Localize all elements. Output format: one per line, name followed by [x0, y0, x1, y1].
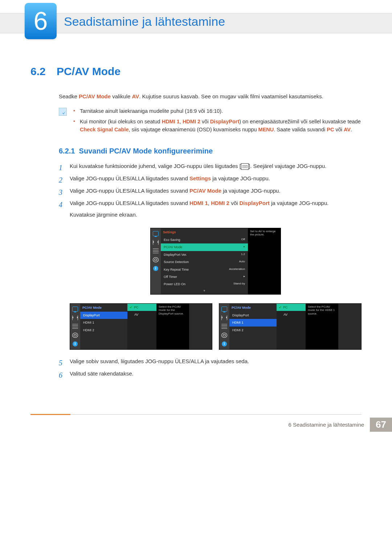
gear-icon: [153, 257, 159, 262]
info-icon: i: [222, 341, 227, 346]
osd-title: Settings: [161, 228, 248, 236]
chapter-title: Seadistamine ja lähtestamine: [64, 15, 225, 29]
osd-row: DisplayPort: [80, 312, 127, 319]
osd-settings-menu: i Settings Eco SavingOffPC/AV Mode▸Displ…: [150, 228, 281, 295]
osd-row: HDMI 1: [229, 319, 277, 326]
page-footer: 6 Seadistamine ja lähtestamine 67: [0, 414, 392, 432]
osd-sub-row: ✔PC: [127, 304, 156, 311]
osd-tooltip: Select the PC/AV mode for the DisplayPor…: [156, 304, 189, 349]
step-item: 2 Valige JOG-nuppu ÜLES/ALLA liigutades …: [59, 174, 362, 183]
osd-pcav-hdmi1: i PC/AV Mode DisplayPortHDMI 1HDMI 2 ✔PC…: [219, 303, 362, 350]
gear-icon: [221, 333, 227, 338]
step-item: 1 Kui kuvatakse funktsioonide juhend, va…: [59, 162, 362, 171]
input-icon: [221, 315, 227, 320]
scroll-down-icon: ▼: [161, 288, 248, 294]
list-icon: [153, 249, 159, 254]
osd-row: Source DetectionAuto: [161, 258, 248, 266]
menu-glyph-icon: ▯▯▯: [241, 163, 249, 170]
section-heading: 6.2PC/AV Mode: [30, 65, 362, 78]
list-icon: [72, 324, 78, 329]
osd-pcav-displayport: i PC/AV Mode DisplayPortHDMI 1HDMI 2 ✔PC…: [70, 303, 212, 350]
osd-row: PC/AV Mode▸: [161, 243, 248, 251]
step-item: 6 Valitud säte rakendatakse.: [59, 369, 362, 378]
gear-icon: [72, 333, 78, 338]
osd-title: PC/AV Mode: [80, 304, 127, 312]
list-icon: [221, 324, 227, 329]
osd-row: Off Timer▸: [161, 273, 248, 280]
page-number: 67: [370, 418, 392, 432]
osd-row: HDMI 2: [80, 327, 127, 334]
osd-tooltip: Select the PC/AV mode for the HDMI 1 sou…: [306, 304, 338, 349]
monitor-icon: [221, 307, 227, 312]
osd-sub-row: AV: [277, 311, 306, 318]
osd-row: HDMI 2: [229, 327, 277, 334]
osd-row: DisplayPort: [229, 312, 277, 319]
osd-row: DisplayPort Ver.1.2: [161, 251, 248, 258]
osd-sub-row: ✔PC: [277, 304, 306, 311]
osd-title: PC/AV Mode: [229, 304, 277, 312]
osd-sub-row: AV: [127, 311, 156, 318]
input-icon: [72, 315, 78, 320]
note-block: Tarnitakse ainult laiekraaniga mudelite …: [30, 107, 362, 136]
osd-tooltip: Set to AV to enlarge the picture.: [248, 228, 281, 294]
section-title: PC/AV Mode: [57, 65, 121, 77]
osd-row: Power LED OnStand-by: [161, 280, 248, 288]
input-icon: [153, 240, 159, 245]
info-icon: i: [73, 341, 78, 346]
monitor-icon: [72, 307, 78, 312]
section-number: 6.2: [30, 65, 57, 78]
step-item: 3 Valige JOG-nuppu ÜLES/ALLA liigutades …: [59, 186, 362, 195]
intro-paragraph: Seadke PC/AV Mode valikule AV. Kujutise …: [30, 92, 362, 100]
footer-caption: 6 Seadistamine ja lähtestamine: [289, 422, 364, 428]
footer-accent: [30, 414, 70, 415]
note-item: Kui monitor (kui olekuks on seatud HDMI …: [73, 118, 362, 134]
chapter-header: 6 Seadistamine ja lähtestamine: [0, 0, 392, 44]
note-icon: [59, 108, 67, 116]
subsection-heading: 6.2.1 Suvandi PC/AV Mode konfigureerimin…: [59, 147, 362, 155]
info-icon: i: [153, 266, 158, 271]
chapter-number-badge: 6: [25, 3, 57, 39]
monitor-icon: [153, 231, 159, 236]
osd-row: Key Repeat TimeAcceleration: [161, 266, 248, 273]
note-item: Tarnitakse ainult laiekraaniga mudelite …: [73, 107, 362, 115]
step-item: 4 Valige JOG-nuppu ÜLES/ALLA liigutades …: [59, 199, 362, 350]
osd-sidebar: i: [151, 228, 161, 294]
osd-row: Eco SavingOff: [161, 236, 248, 243]
osd-row: HDMI 1: [80, 319, 127, 326]
step-item: 5 Valige sobiv suvand, liigutades JOG-nu…: [59, 357, 362, 366]
